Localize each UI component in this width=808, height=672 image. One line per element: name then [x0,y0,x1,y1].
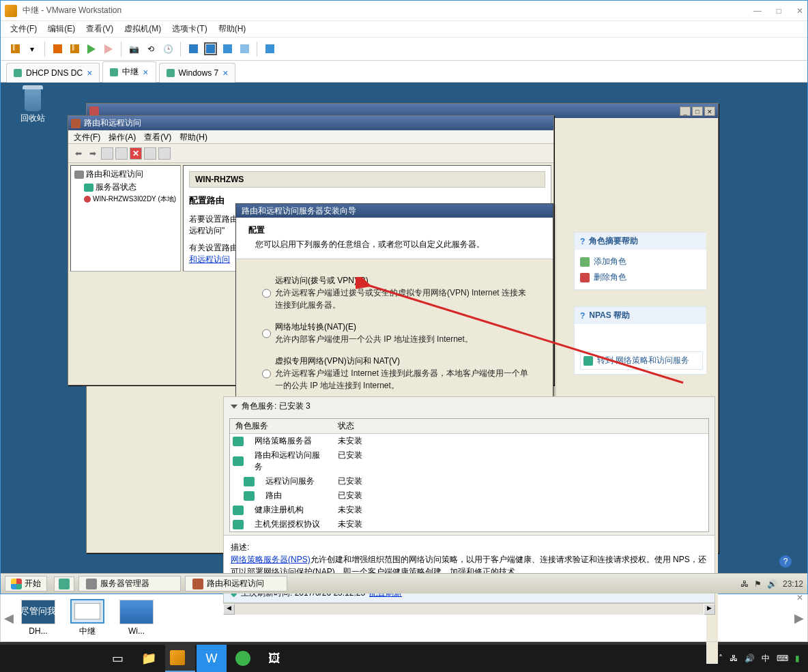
wizard-heading-desc: 您可以启用下列服务的任意组合，或者您可以自定义此服务器。 [255,239,540,250]
view-b-button[interactable] [203,42,218,57]
table-row[interactable]: 网络策略服务器未安装 [230,434,708,448]
goto-npas-link[interactable]: 转到 网络策略和访问服务 [580,351,703,370]
th-status[interactable]: 状态 [332,419,387,433]
table-row[interactable]: 路由已安装 [230,488,708,503]
wizard-title[interactable]: 路由和远程访问服务器安装向导 [236,204,553,218]
task-servermgr[interactable]: 服务器管理器 [78,576,181,591]
tree-server[interactable]: WIN-RHZWS3I02DY (本地) [73,194,178,205]
host-maximize-button[interactable]: □ [777,6,781,16]
menu-file[interactable]: 文件(F) [10,23,37,35]
resume-dropdown[interactable]: ▾ [25,42,40,57]
nps-link[interactable]: 网络策略服务器(NPS) [231,555,311,564]
rras-tree: 路由和远程访问 服务器状态 WIN-RHZWS3I02DY (本地) [70,165,181,272]
close-thumbbar-button[interactable]: ✕ [795,593,805,602]
menu-action[interactable]: 操作(A) [109,132,136,142]
delete-button[interactable]: ✕ [130,147,142,160]
menu-view[interactable]: 查看(V) [86,23,113,35]
tray-time[interactable]: 23:12 [783,579,803,589]
recycle-bin[interactable]: 回收站 [16,87,50,124]
recycle-bin-label: 回收站 [20,113,45,123]
sm-maximize-button[interactable]: □ [692,106,703,116]
menu-view[interactable]: 查看(V) [144,132,171,142]
tab-close-icon[interactable]: × [87,68,92,78]
sm-close-button[interactable]: ✕ [704,106,715,116]
tree-root[interactable]: 路由和远程访问 [73,168,178,181]
add-icon [580,257,590,267]
stop-button[interactable] [50,42,65,57]
suspend-button[interactable] [8,42,23,57]
table-row[interactable]: 路由和远程访问服务已安装 [230,448,708,474]
server-mgr-icon [86,579,97,589]
refresh-button[interactable] [144,147,156,160]
tab-win7[interactable]: Windows 7× [159,63,236,83]
vm-icon [167,69,175,77]
start-button[interactable]: 开始 [5,576,47,591]
host-minimize-button[interactable]: — [753,6,762,16]
explorer-button[interactable]: 📁 [134,645,164,672]
tray-flag-icon[interactable]: ⚑ [754,579,762,589]
tray-sound-icon[interactable]: 🔊 [767,579,777,589]
fullscreen-button[interactable] [262,42,277,57]
opt-remote-access[interactable]: 远程访问(拨号或 VPN)(R)允许远程客户端通过拨号或安全的虚拟专用网络(VP… [262,274,534,311]
view-a-button[interactable] [186,42,201,57]
tray-ime-icon[interactable]: ⌨ [777,654,788,663]
task-rras[interactable]: 路由和远程访问 [185,576,287,591]
opt-vpn-nat[interactable]: 虚拟专用网络(VPN)访问和 NAT(V)允许远程客户端通过 Internet … [262,355,534,392]
opt-nat[interactable]: 网络地址转换(NAT)(E)允许内部客户端使用一个公共 IP 地址连接到 Int… [262,321,534,345]
menu-tabs[interactable]: 选项卡(T) [172,23,207,35]
vm-icon [110,68,118,76]
play-button[interactable] [84,42,99,57]
menu-help[interactable]: 帮助(H) [179,132,207,142]
tab-dhcp[interactable]: DHCP DNS DC× [6,63,100,83]
menu-vm[interactable]: 虚拟机(M) [124,23,161,35]
remove-role-link[interactable]: 删除角色 [580,269,703,285]
up-button[interactable] [101,147,113,160]
manage-snap-button[interactable]: 🕒 [160,42,175,57]
add-role-link[interactable]: 添加角色 [580,254,703,269]
view-d-button[interactable] [237,42,252,57]
host-close-button[interactable]: ✕ [796,6,803,16]
help-button[interactable] [158,147,171,160]
help-icon[interactable]: ? [779,555,792,568]
back-button[interactable]: ⬅ [72,149,85,158]
fwd-button[interactable]: ➡ [87,149,99,158]
menu-help[interactable]: 帮助(H) [218,23,246,35]
tab-close-icon[interactable]: × [143,67,148,78]
goto-icon [583,356,593,366]
role-services-header[interactable]: 角色服务: 已安装 3 [224,397,715,415]
revert-button[interactable]: ⟲ [143,42,158,57]
thumb-win7[interactable]: Wi... [119,600,154,636]
tray-sound-icon[interactable]: 🔊 [745,654,755,663]
thumb-relay[interactable]: 中继 [70,599,104,637]
view-c-button[interactable] [220,42,235,57]
tray-net-icon[interactable]: 🖧 [730,654,738,663]
menu-edit[interactable]: 编辑(E) [48,23,75,35]
next-thumb-button[interactable]: ▶ [794,599,805,637]
tree-status[interactable]: 服务器状态 [73,181,178,194]
tray-network-icon[interactable]: 🖧 [740,579,749,589]
tab-close-icon[interactable]: × [222,68,228,78]
table-row[interactable]: 主机凭据授权协议未安装 [230,517,708,531]
props-button[interactable] [115,147,128,160]
snapshot-button[interactable]: 📷 [126,42,141,57]
record-button [101,42,116,57]
rras-link[interactable]: 和远程访问 [189,254,230,264]
rras-titlebar[interactable]: 路由和远程访问 [68,116,553,130]
tray-battery-icon[interactable]: ▮ [795,654,800,663]
table-row[interactable]: 健康注册机构未安装 [230,503,708,517]
pause-button[interactable] [67,42,82,57]
tab-relay[interactable]: 中继× [102,61,156,83]
th-role[interactable]: 角色服务 [230,419,332,433]
tray-up-icon[interactable]: ˄ [719,654,723,663]
360-taskbtn[interactable] [228,645,258,672]
menu-file[interactable]: 文件(F) [74,132,100,142]
windows-logo-icon [11,579,22,589]
table-row[interactable]: 远程访问服务已安装 [230,474,708,488]
taskview-button[interactable]: ▭ [102,645,132,672]
app-taskbtn[interactable]: 🖼 [259,645,289,672]
wps-taskbtn[interactable]: W [197,645,227,672]
quick-launch[interactable] [54,576,74,591]
tray-lang-icon[interactable]: 中 [762,653,770,664]
sm-minimize-button[interactable]: _ [680,106,691,116]
vmware-taskbtn[interactable] [165,645,195,672]
